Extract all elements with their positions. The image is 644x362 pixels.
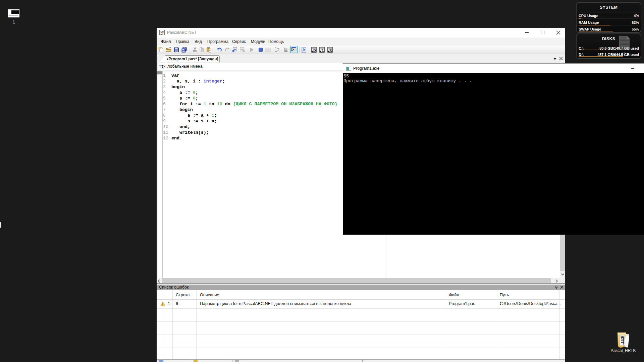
svg-text:L: L	[322, 48, 324, 52]
svg-text:.net: .net	[160, 33, 164, 35]
svg-text:D: D	[313, 48, 316, 52]
svg-text:R: R	[329, 48, 332, 52]
